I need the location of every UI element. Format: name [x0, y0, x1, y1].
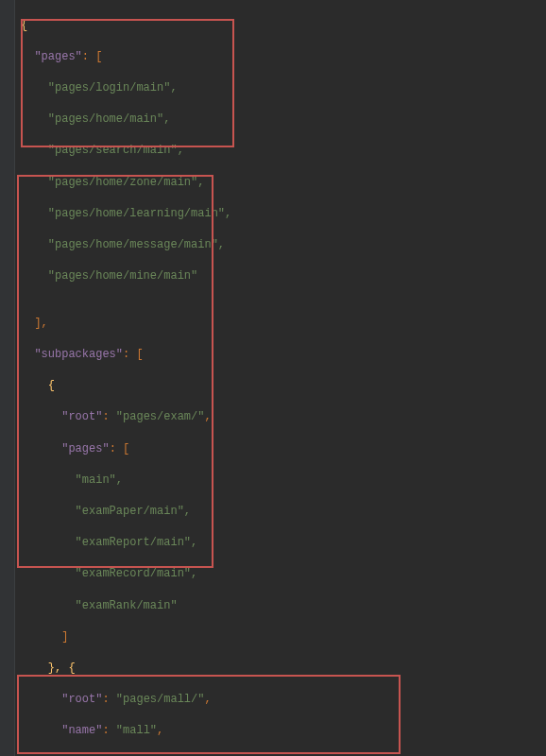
code-line: "examReport/main",: [21, 535, 546, 551]
code-line: "name": "mall",: [21, 723, 546, 739]
brace: {: [21, 19, 27, 32]
code-line: "root": "pages/exam/",: [21, 409, 546, 425]
code-editor: { "pages": [ "pages/login/main", "pages/…: [17, 0, 546, 756]
code-line: "pages/home/learning/main",: [21, 206, 546, 222]
code-line: "subpackages": [: [21, 347, 546, 363]
line-gutter: [0, 0, 15, 756]
code-line: {: [21, 378, 546, 394]
code-line: "examRank/main": [21, 598, 546, 614]
code-line: "pages/home/main",: [21, 112, 546, 128]
code-line: "pages/home/mine/main": [21, 268, 546, 284]
code-line: "main",: [21, 472, 546, 489]
code-line: "pages/home/message/main",: [21, 237, 546, 253]
code-line: "root": "pages/mall/",: [21, 692, 546, 708]
code-line: ]: [21, 629, 546, 645]
code-line: "examPaper/main",: [21, 504, 546, 520]
code-line: "pages/login/main",: [21, 80, 546, 96]
code-line: ],: [21, 316, 546, 332]
code-line: }, {: [21, 661, 546, 677]
code-line: "examRecord/main",: [21, 566, 546, 582]
code-line: "pages/search/main",: [21, 143, 546, 159]
code-line: "pages": [: [21, 441, 546, 457]
code-line: "pages": [: [21, 49, 546, 65]
code-line: "pages/home/zone/main",: [21, 175, 546, 191]
